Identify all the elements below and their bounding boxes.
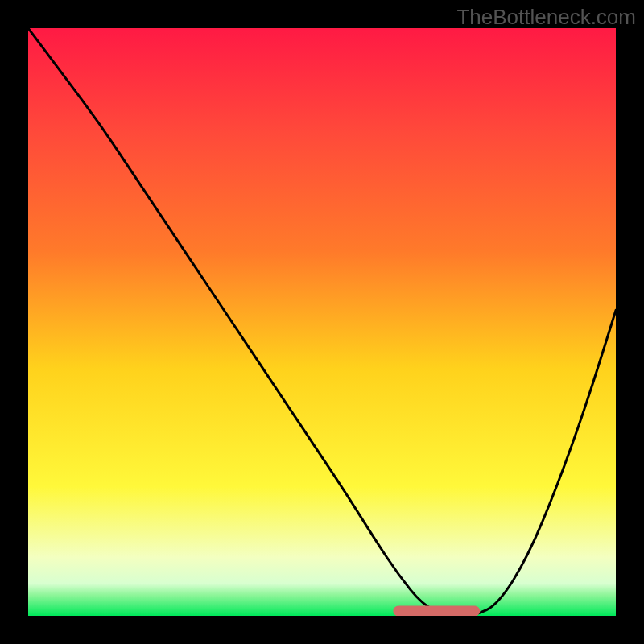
plot-background [28, 28, 616, 616]
bottleneck-chart [0, 0, 644, 644]
chart-container: TheBottleneck.com [0, 0, 644, 644]
watermark-text: TheBottleneck.com [456, 5, 636, 30]
